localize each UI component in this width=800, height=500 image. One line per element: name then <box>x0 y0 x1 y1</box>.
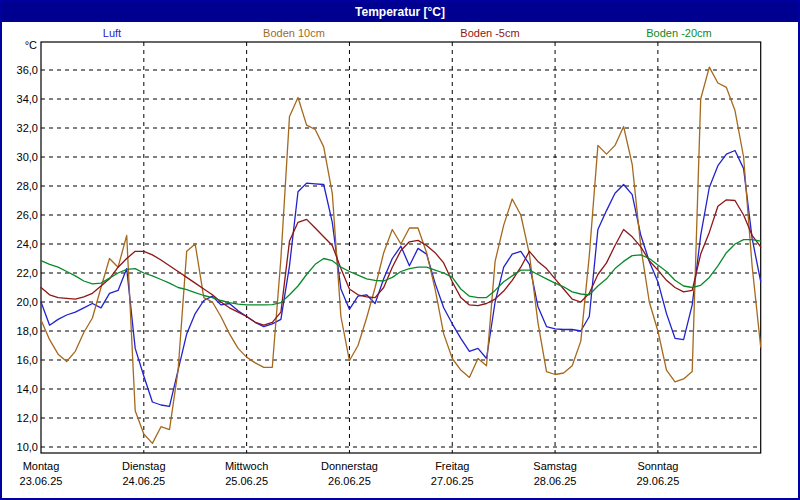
x-axis-date-label: 24.06.25 <box>122 475 165 487</box>
series-luft <box>41 151 761 407</box>
y-axis-tick-label: 34,0 <box>17 93 38 105</box>
y-axis-tick-label: 12,0 <box>17 412 38 424</box>
x-axis-date-label: 29.06.25 <box>636 475 679 487</box>
y-axis-tick-label: 28,0 <box>17 180 38 192</box>
series-boden-20cm <box>41 240 761 305</box>
y-axis-tick-label: 36,0 <box>17 64 38 76</box>
y-axis-tick-label: 32,0 <box>17 122 38 134</box>
y-axis-tick-label: 22,0 <box>17 267 38 279</box>
y-axis-tick-label: 18,0 <box>17 325 38 337</box>
y-axis-tick-label: 16,0 <box>17 354 38 366</box>
x-axis-day-label: Dienstag <box>122 460 165 472</box>
x-axis-day-label: Samstag <box>533 460 576 472</box>
x-axis-date-label: 27.06.25 <box>431 475 474 487</box>
x-axis-date-label: 26.06.25 <box>328 475 371 487</box>
x-axis-date-label: 25.06.25 <box>225 475 268 487</box>
y-axis-tick-label: 26,0 <box>17 209 38 221</box>
y-axis-tick-label: 10,0 <box>17 441 38 453</box>
x-axis-day-label: Freitag <box>435 460 469 472</box>
x-axis-day-label: Donnerstag <box>321 460 378 472</box>
y-axis-tick-label: 20,0 <box>17 296 38 308</box>
x-axis-date-label: 23.06.25 <box>20 475 63 487</box>
x-axis-day-label: Mittwoch <box>225 460 268 472</box>
x-axis-day-label: Montag <box>23 460 60 472</box>
x-axis-date-label: 28.06.25 <box>534 475 577 487</box>
y-axis-unit-label: °C <box>25 39 37 51</box>
series-boden-10cm <box>41 67 761 443</box>
app-window: Temperatur [°C] Luft Boden 10cm Boden -5… <box>0 0 800 500</box>
y-axis-tick-label: 30,0 <box>17 151 38 163</box>
y-axis-tick-label: 24,0 <box>17 238 38 250</box>
y-axis-tick-label: 14,0 <box>17 383 38 395</box>
x-axis-day-label: Sonntag <box>637 460 678 472</box>
temperature-chart: 36,034,032,030,028,026,024,022,020,018,0… <box>2 2 798 498</box>
series-boden-5cm <box>41 200 761 325</box>
